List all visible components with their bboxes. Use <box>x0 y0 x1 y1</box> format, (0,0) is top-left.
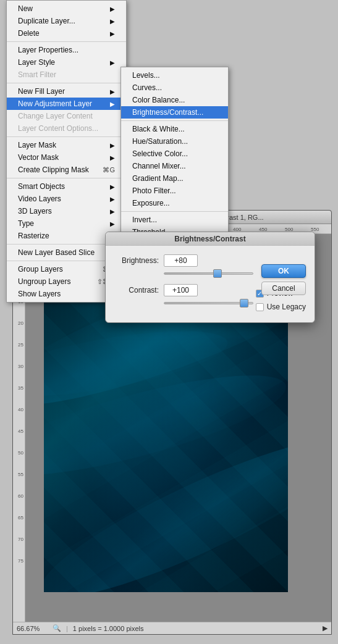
submenu-item-exposure[interactable]: Exposure... <box>121 197 228 209</box>
submenu-arrow-adj: ▶ <box>110 101 115 107</box>
submenu-arrow-dup: ▶ <box>110 18 115 25</box>
use-legacy-row: Use Legacy <box>256 303 306 311</box>
contrast-value[interactable]: +100 <box>164 284 198 296</box>
zoom-icon[interactable]: 🔍 <box>53 624 61 632</box>
dialog-body: Brightness: +80 Contrast: +100 <box>106 246 315 322</box>
submenu-item-black-white[interactable]: Black & White... <box>121 123 228 135</box>
menu-item-new-adjustment-layer[interactable]: New Adjustment Layer ▶ <box>7 98 126 110</box>
contrast-label: Contrast: <box>116 286 159 295</box>
adjustment-layer-submenu: Levels... Curves... Color Balance... Bri… <box>120 67 229 253</box>
separator-1 <box>7 41 126 42</box>
submenu-arrow-del: ▶ <box>110 30 115 37</box>
brightness-slider-thumb[interactable] <box>213 269 222 278</box>
menu-item-smart-objects[interactable]: Smart Objects ▶ <box>7 180 126 193</box>
contrast-slider[interactable] <box>164 299 253 307</box>
submenu-arrow-type: ▶ <box>110 220 115 227</box>
submenu-item-color-balance[interactable]: Color Balance... <box>121 94 228 106</box>
menu-item-create-clipping-mask[interactable]: Create Clipping Mask ⌘G <box>7 164 126 176</box>
dialog-titlebar: Brightness/Contrast <box>106 232 315 246</box>
submenu-item-hue-saturation[interactable]: Hue/Saturation... <box>121 135 228 148</box>
menu-item-video-layers[interactable]: Video Layers ▶ <box>7 193 126 205</box>
menu-item-layer-content-options: Layer Content Options... <box>7 122 126 135</box>
menu-item-duplicate-layer[interactable]: Duplicate Layer... ▶ <box>7 15 126 27</box>
status-arrow[interactable]: ▶ <box>323 624 327 632</box>
submenu-item-invert[interactable]: Invert... <box>121 214 228 226</box>
submenu-item-brightness-contrast[interactable]: Brightness/Contrast... <box>121 106 228 119</box>
menu-item-layer-mask[interactable]: Layer Mask ▶ <box>7 139 126 151</box>
separator-2 <box>7 83 126 83</box>
submenu-arrow-vmask: ▶ <box>110 154 115 161</box>
menu-item-type[interactable]: Type ▶ <box>7 217 126 230</box>
menu-item-change-layer-content: Change Layer Content <box>7 110 126 122</box>
brightness-contrast-dialog: Brightness/Contrast Brightness: +80 Cont… <box>105 232 315 323</box>
submenu-sep-1 <box>121 120 228 121</box>
svg-point-1 <box>44 356 288 495</box>
menu-item-new[interactable]: New ▶ <box>7 2 126 15</box>
submenu-item-selective-color[interactable]: Selective Color... <box>121 148 228 160</box>
submenu-item-levels[interactable]: Levels... <box>121 69 228 82</box>
menu-item-smart-filter: Smart Filter <box>7 69 126 81</box>
menu-item-layer-properties[interactable]: Layer Properties... <box>7 44 126 56</box>
menu-item-new-fill-layer[interactable]: New Fill Layer ▶ <box>7 85 126 98</box>
submenu-item-gradient-map[interactable]: Gradient Map... <box>121 172 228 185</box>
menu-item-vector-mask[interactable]: Vector Mask ▶ <box>7 151 126 164</box>
separator-3 <box>7 136 126 137</box>
submenu-arrow-vl: ▶ <box>110 196 115 203</box>
use-legacy-label: Use Legacy <box>267 303 306 311</box>
brightness-value[interactable]: +80 <box>164 254 198 267</box>
ps-statusbar: 66.67% 🔍 | 1 pixels = 1.0000 pixels ▶ <box>13 622 331 634</box>
zoom-level: 66.67% <box>17 625 48 632</box>
submenu-arrow-so: ▶ <box>110 183 115 190</box>
svg-point-2 <box>44 414 288 592</box>
cancel-button[interactable]: Cancel <box>261 282 306 295</box>
status-info: 1 pixels = 1.0000 pixels <box>73 625 144 632</box>
dialog-buttons: OK Cancel <box>261 264 306 295</box>
svg-point-3 <box>44 318 232 409</box>
menu-item-3d-layers[interactable]: 3D Layers ▶ <box>7 205 126 217</box>
submenu-item-curves[interactable]: Curves... <box>121 82 228 94</box>
submenu-arrow-lmask: ▶ <box>110 142 115 149</box>
submenu-arrow-fill: ▶ <box>110 88 115 95</box>
brightness-slider[interactable] <box>164 269 253 278</box>
submenu-arrow-3d: ▶ <box>110 208 115 215</box>
contrast-slider-thumb[interactable] <box>240 299 248 307</box>
menu-item-layer-style[interactable]: Layer Style ▶ <box>7 56 126 69</box>
submenu-item-channel-mixer[interactable]: Channel Mixer... <box>121 160 228 172</box>
submenu-item-photo-filter[interactable]: Photo Filter... <box>121 185 228 197</box>
submenu-arrow-style: ▶ <box>110 59 115 66</box>
submenu-sep-2 <box>121 211 228 212</box>
separator-4 <box>7 178 126 178</box>
ok-button[interactable]: OK <box>261 264 306 278</box>
submenu-arrow-new: ▶ <box>110 6 115 12</box>
use-legacy-checkbox[interactable] <box>256 303 264 311</box>
brightness-label: Brightness: <box>116 256 159 265</box>
menu-item-delete[interactable]: Delete ▶ <box>7 27 126 40</box>
